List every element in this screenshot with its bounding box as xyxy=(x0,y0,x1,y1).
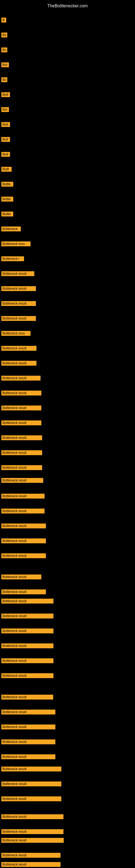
bottleneck-item: Bottleneck result xyxy=(1,316,36,321)
bottleneck-item: Bottleneck resu xyxy=(1,241,31,246)
bottleneck-item: Bottleneck result xyxy=(1,376,41,380)
bottleneck-item: Bottleneck result xyxy=(1,301,36,306)
bottleneck-item: Bott xyxy=(1,122,10,127)
bottleneck-item: Bottleneck result xyxy=(1,754,55,759)
bottleneck-item: B xyxy=(1,18,6,23)
bottleneck-item: Bottleneck result xyxy=(1,673,53,678)
bottleneck-item: Bottl xyxy=(1,167,12,172)
bottleneck-item: Bo xyxy=(1,33,7,37)
bottleneck-item: Bottleneck result xyxy=(1,695,53,700)
bottleneck-item: Bottleneck result xyxy=(1,421,41,425)
bottleneck-item: Bottleneck result xyxy=(1,658,53,663)
bottleneck-item: Bottleneck result xyxy=(1,575,41,579)
bottleneck-item: Bottleneck result xyxy=(1,643,53,648)
bottleneck-item: Bottleneck result xyxy=(1,710,55,714)
bottleneck-item: Bottle xyxy=(1,197,13,202)
bottleneck-item: Bottleneck result xyxy=(1,589,46,594)
bottleneck-item: Bottle xyxy=(1,182,13,187)
bottleneck-item: Bottleneck result xyxy=(1,814,63,819)
bottleneck-item: Bottleneck result xyxy=(1,553,46,558)
bottleneck-item: Bottleneck result xyxy=(1,767,61,771)
site-title: TheBottlenecker.com xyxy=(0,1,135,10)
bottleneck-item: Bottleneck result xyxy=(1,271,34,276)
bottleneck-item: Bottleneck result xyxy=(1,781,61,786)
bottleneck-item: Bottleneck result xyxy=(1,796,61,801)
bottleneck-item: Bottleneck result xyxy=(1,628,53,633)
bottleneck-item: Bottleneck result xyxy=(1,829,63,834)
bottleneck-item: Bottleneck result xyxy=(1,435,42,440)
bottleneck-item: Bo xyxy=(1,77,7,82)
bottleneck-item: Bottle xyxy=(1,212,13,216)
bottleneck-item: Bottleneck result xyxy=(1,524,46,528)
bottleneck-item: Bottleneck result xyxy=(1,862,60,867)
bottleneck-item: Bottleneck result xyxy=(1,739,55,744)
bottleneck-item: Bottleneck r xyxy=(1,256,24,261)
bottleneck-item: Bottleneck result xyxy=(1,405,41,410)
bottleneck-item: Bott xyxy=(1,137,10,142)
bottleneck-item: Bottleneck result xyxy=(1,599,53,603)
bottleneck-item: Bot xyxy=(1,107,9,112)
bottleneck-item: Bottleneck result xyxy=(1,286,36,291)
bottleneck-item: Bottleneck xyxy=(1,226,21,231)
bottleneck-item: Bott xyxy=(1,92,10,97)
bottleneck-item: Bo xyxy=(1,48,7,52)
bottleneck-item: Bottleneck result xyxy=(1,346,37,351)
bottleneck-item: Bottleneck result xyxy=(1,450,42,455)
bottleneck-item: Bottleneck result xyxy=(1,391,41,396)
bottleneck-item: Bottleneck result xyxy=(1,853,60,858)
bottleneck-item: Bottleneck result xyxy=(1,465,42,470)
bottleneck-item: Bot xyxy=(1,62,9,67)
bottleneck-item: Bottleneck result xyxy=(1,478,43,483)
bottleneck-item: Bottleneck result xyxy=(1,494,45,499)
bottleneck-item: Bottleneck result xyxy=(1,538,46,543)
bottleneck-item: Bottleneck resu xyxy=(1,331,31,336)
bottleneck-item: Bottleneck result xyxy=(1,724,55,730)
bottleneck-item: Bottleneck result xyxy=(1,838,64,843)
bottleneck-item: Bottleneck result xyxy=(1,361,37,366)
bottleneck-item: Bott xyxy=(1,152,10,157)
bottleneck-item: Bottleneck result xyxy=(1,508,45,514)
bottleneck-item: Bottleneck result xyxy=(1,614,53,618)
